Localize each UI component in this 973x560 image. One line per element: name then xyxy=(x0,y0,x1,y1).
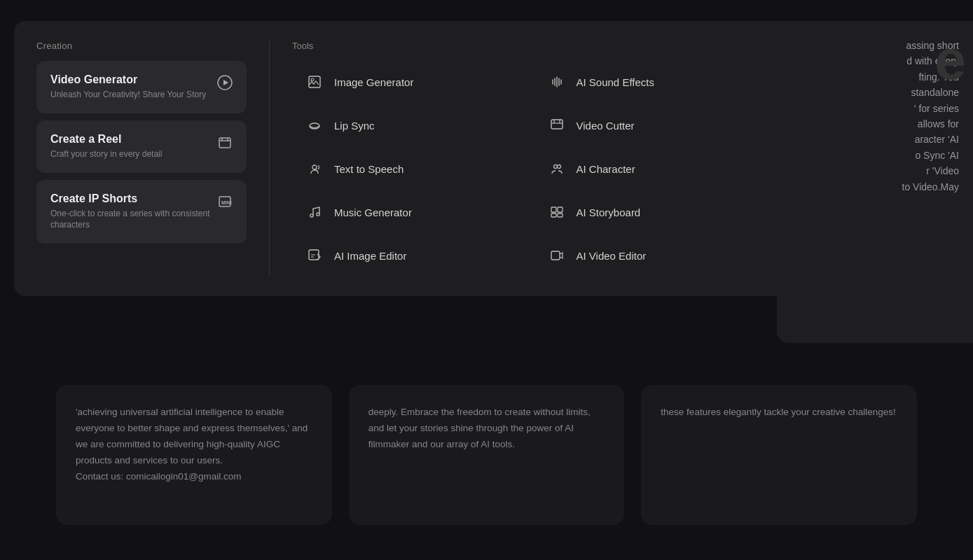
menu-card-text-1: Create a Reel Craft your story in every … xyxy=(50,133,162,160)
right-panel-line: d with every xyxy=(791,53,959,69)
tool-item-ai-image-editor[interactable]: AI Image Editor xyxy=(292,234,534,276)
tool-item-ai-character[interactable]: AI Character xyxy=(534,148,777,190)
menu-card-desc-1: Craft your story in every detail xyxy=(50,148,162,160)
bottom-card-3: these features elegantly tackle your cre… xyxy=(641,385,917,525)
menu-card-text-2: Create IP Shorts One-click to create a s… xyxy=(50,192,217,232)
tool-icon-5 xyxy=(546,158,568,180)
svg-rect-20 xyxy=(558,207,563,212)
right-panel-line: r 'Video xyxy=(791,163,959,178)
bottom-card-1: 'achieving universal artificial intellig… xyxy=(56,385,332,525)
tool-label-1: AI Sound Effects xyxy=(577,76,654,88)
tool-label-6: Music Generator xyxy=(334,206,412,218)
tool-item-music-generator[interactable]: Music Generator xyxy=(292,191,534,233)
tool-item-text-to-speech[interactable]: Text to Speech xyxy=(292,148,534,190)
creation-label: Creation xyxy=(36,41,247,51)
tool-icon-7 xyxy=(546,201,568,223)
right-panel-line: fting. You xyxy=(791,69,959,85)
tool-label-5: AI Character xyxy=(577,163,635,175)
menu-card-icon-2: MINI xyxy=(217,194,233,213)
creation-card-0[interactable]: Video Generator Unleash Your Creativity!… xyxy=(36,61,247,113)
tools-label: Tools xyxy=(292,41,776,51)
bottom-card-2-text: deeply. Embrace the freedom to create wi… xyxy=(368,405,605,453)
svg-rect-2 xyxy=(219,138,230,148)
tool-label-4: Text to Speech xyxy=(334,163,403,175)
tool-item-ai-storyboard[interactable]: AI Storyboard xyxy=(534,191,777,233)
menu-card-title-1: Create a Reel xyxy=(50,133,162,146)
menu-card-title-2: Create IP Shorts xyxy=(50,192,217,205)
tool-icon-9 xyxy=(546,244,568,267)
svg-rect-22 xyxy=(558,214,563,217)
tools-section: Tools Image Generator AI Sound Effects L… xyxy=(292,41,776,276)
svg-rect-19 xyxy=(551,207,556,212)
tool-label-9: AI Video Editor xyxy=(577,250,647,262)
creation-card-1[interactable]: Create a Reel Craft your story in every … xyxy=(36,120,247,173)
right-panel-line: to Video.May xyxy=(791,179,959,195)
right-panel-line: allows for xyxy=(791,116,959,132)
tool-label-8: AI Image Editor xyxy=(334,250,406,262)
svg-point-15 xyxy=(553,165,557,169)
tool-icon-1 xyxy=(546,71,568,93)
tool-item-lip-sync[interactable]: Lip Sync xyxy=(292,104,534,146)
right-panel-line: standalone xyxy=(791,85,959,100)
svg-point-16 xyxy=(557,165,560,169)
right-panel-line: o Sync 'AI xyxy=(791,148,959,163)
bottom-card-3-text: these features elegantly tackle your cre… xyxy=(661,405,897,421)
svg-rect-11 xyxy=(551,120,563,129)
tool-icon-6 xyxy=(303,201,326,223)
right-panel-line: ' for series xyxy=(791,101,959,116)
right-big-letter: e xyxy=(935,28,967,92)
tools-grid: Image Generator AI Sound Effects Lip Syn… xyxy=(292,61,776,276)
tool-icon-4 xyxy=(303,158,326,180)
creation-section: Creation Video Generator Unleash Your Cr… xyxy=(36,41,247,276)
svg-text:MINI: MINI xyxy=(221,200,232,205)
tool-item-ai-video-editor[interactable]: AI Video Editor xyxy=(534,234,777,276)
tool-icon-8 xyxy=(303,244,326,267)
menu-card-text-0: Video Generator Unleash Your Creativity!… xyxy=(50,74,206,101)
svg-rect-8 xyxy=(309,76,320,88)
tool-icon-2 xyxy=(303,114,326,136)
tool-label-0: Image Generator xyxy=(334,76,413,88)
menu-card-icon-1 xyxy=(217,134,233,153)
tool-label-3: Video Cutter xyxy=(577,120,635,132)
tool-label-2: Lip Sync xyxy=(334,120,375,132)
dropdown-panel: Creation Video Generator Unleash Your Cr… xyxy=(14,21,799,296)
right-content-panel: e assing shortd with everyfting. Youstan… xyxy=(777,21,973,343)
bottom-cards: 'achieving universal artificial intellig… xyxy=(56,385,917,525)
tool-icon-0 xyxy=(303,71,326,93)
menu-card-desc-0: Unleash Your Creativity! Share Your Stor… xyxy=(50,89,206,101)
svg-marker-1 xyxy=(223,80,228,85)
bottom-card-2: deeply. Embrace the freedom to create wi… xyxy=(349,385,625,525)
tool-icon-3 xyxy=(546,114,568,136)
menu-card-desc-2: One-click to create a series with consis… xyxy=(50,208,217,232)
tool-item-ai-sound-effects[interactable]: AI Sound Effects xyxy=(534,61,777,103)
creation-cards: Video Generator Unleash Your Creativity!… xyxy=(36,61,247,244)
svg-point-14 xyxy=(312,165,317,169)
svg-rect-21 xyxy=(551,214,556,217)
tool-item-image-generator[interactable]: Image Generator xyxy=(292,61,534,103)
right-panel-line: assing short xyxy=(791,38,959,53)
tool-item-video-cutter[interactable]: Video Cutter xyxy=(534,104,777,146)
right-panel-line: aracter 'AI xyxy=(791,132,959,147)
right-content-text: assing shortd with everyfting. Youstanda… xyxy=(791,38,959,195)
bottom-card-1-text: 'achieving universal artificial intellig… xyxy=(76,405,312,485)
menu-card-icon-0 xyxy=(217,75,233,94)
svg-point-9 xyxy=(311,78,314,81)
menu-card-title-0: Video Generator xyxy=(50,74,206,86)
creation-card-2[interactable]: Create IP Shorts One-click to create a s… xyxy=(36,180,247,244)
svg-rect-24 xyxy=(551,251,560,260)
tool-label-7: AI Storyboard xyxy=(577,206,641,218)
section-divider xyxy=(269,41,270,276)
